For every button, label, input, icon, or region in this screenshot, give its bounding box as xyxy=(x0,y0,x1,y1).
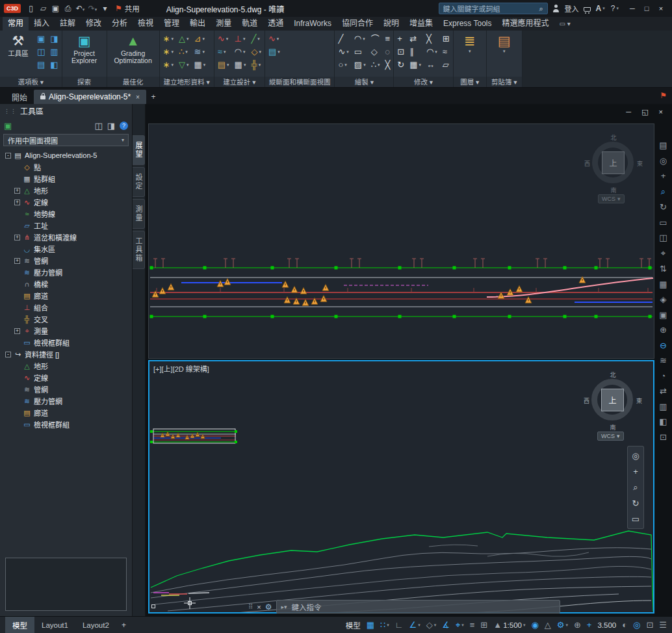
viewport-bottom[interactable]: [+][上][2D 線架構] 北南西東上WCS▾ ◎+⌕↻▭ xyxy=(148,360,654,614)
tree-data-shortcuts[interactable]: -↪資料捷徑 [] xyxy=(1,348,132,360)
pan-icon[interactable]: + xyxy=(661,171,666,181)
tree-item-20[interactable]: ≋管網 xyxy=(1,383,132,395)
tool-palette-icon[interactable]: ▣ xyxy=(659,310,667,320)
file-tab-start[interactable]: 開始 xyxy=(5,90,34,104)
workspace-switching-icon[interactable]: ⚙▾ xyxy=(557,620,568,630)
full-navigation-wheel-icon[interactable]: ◎ xyxy=(660,156,667,166)
properties-palette-icon[interactable]: ◈ xyxy=(660,294,667,304)
ribbon-tab-15[interactable]: Express Tools xyxy=(438,17,497,31)
annotation-monitor-icon[interactable]: ⊕ xyxy=(574,620,581,630)
command-line-grip[interactable]: ⠿ xyxy=(248,603,253,610)
ribbon-panel-label[interactable]: 修改 ▾ xyxy=(394,77,452,87)
ribbon-tool-button[interactable]: ▥ xyxy=(50,45,58,58)
ribbon-panel-label[interactable]: 圖層 ▾ xyxy=(454,77,486,87)
zoom-icon[interactable]: ⌕ xyxy=(661,187,666,197)
ribbon-tool-button[interactable]: ⊞ xyxy=(443,32,450,45)
doc-close-icon[interactable]: × xyxy=(659,108,663,116)
selection-cycling-icon[interactable]: ⊞ xyxy=(480,620,487,630)
project-explorer-button[interactable]: ▣Project Explorer xyxy=(66,32,103,64)
ribbon-tab-13[interactable]: 說明 xyxy=(378,17,404,31)
active-drawing-icon[interactable]: ▣ xyxy=(4,121,12,131)
tab-overflow-pin-icon[interactable]: ⚑ xyxy=(660,91,667,100)
pan-icon[interactable]: + xyxy=(633,467,638,476)
ribbon-tool-button[interactable]: + xyxy=(397,32,404,45)
tree-item-11[interactable]: ∩橋樑 xyxy=(1,278,132,290)
tree-item-7[interactable]: +⋔道岔和橫渡線 xyxy=(1,231,132,243)
viewcube-top-face[interactable]: 上 xyxy=(601,389,624,411)
layers-button[interactable]: ≣▾ xyxy=(457,32,483,53)
tree-expander-icon[interactable]: + xyxy=(14,328,20,334)
ribbon-panel-label[interactable]: 選項板 ▾ xyxy=(0,77,62,87)
ribbon-tool-button[interactable]: ╬▾ xyxy=(251,58,261,71)
panel-layout-icon[interactable]: ◨ xyxy=(107,121,115,131)
swap-view-icon[interactable]: ⇄ xyxy=(660,386,667,396)
tree-item-10[interactable]: ≋壓力管網 xyxy=(1,266,132,278)
hatch-display-icon[interactable]: ▥ xyxy=(659,402,667,411)
ribbon-tool-button[interactable]: ≈▾ xyxy=(218,45,229,58)
autodesk-account-icon[interactable]: A▾ xyxy=(596,4,605,13)
viewcube-west[interactable]: 西 xyxy=(584,396,589,405)
tree-item-23[interactable]: ▭檢視框群組 xyxy=(1,419,132,430)
ribbon-tool-button[interactable]: ∿▾ xyxy=(338,45,348,58)
ribbon-tool-button[interactable]: ▣ xyxy=(37,32,45,45)
tree-expander-icon[interactable]: + xyxy=(14,200,20,205)
panel-grip-icon[interactable]: ⋮⋮ xyxy=(4,108,17,114)
ribbon-tool-button[interactable]: ◧ xyxy=(50,58,58,71)
ortho-mode-icon[interactable]: ∟ xyxy=(395,620,404,630)
viewport-label[interactable]: [+][上][2D 線架構] xyxy=(153,363,209,374)
ribbon-tool-button[interactable]: ∥ xyxy=(409,45,421,58)
ribbon-tab-3[interactable]: 修改 xyxy=(81,17,107,31)
viewcube-south[interactable]: 南 xyxy=(584,186,643,194)
grid-display-icon[interactable]: ▦ xyxy=(367,620,374,630)
isodraft-icon[interactable]: ◇▾ xyxy=(426,620,437,630)
ribbon-tool-button[interactable]: ▦▾ xyxy=(235,58,246,71)
close-button[interactable]: × xyxy=(654,5,668,12)
toolspace-tab-2[interactable]: 測量 xyxy=(133,199,145,229)
redo-icon[interactable]: ↷▾ xyxy=(87,4,98,13)
ribbon-tab-4[interactable]: 分析 xyxy=(107,17,133,31)
ribbon-tool-button[interactable]: ⇄ xyxy=(409,32,421,45)
polar-tracking-icon[interactable]: ∠▾ xyxy=(409,620,420,630)
ribbon-tool-button[interactable]: ≡ xyxy=(385,32,390,45)
file-tab-drawing[interactable]: Align-Superelevation-5* × xyxy=(34,90,146,104)
toolspace-tab-3[interactable]: 工具箱 xyxy=(133,231,145,269)
zoom-icon[interactable]: ⌕ xyxy=(633,482,638,493)
vertical-pan-icon[interactable]: ⇅ xyxy=(660,264,667,274)
ribbon-tool-button[interactable]: ↔ xyxy=(426,58,437,71)
undo-icon[interactable]: ↶▾ xyxy=(75,4,86,13)
ribbon-tool-button[interactable]: ≈ xyxy=(443,45,450,58)
ribbon-tool-button[interactable]: ◠▾ xyxy=(235,45,246,58)
ribbon-tool-button[interactable]: ◠▾ xyxy=(354,32,366,45)
tree-item-13[interactable]: ⊥組合 xyxy=(1,302,132,313)
tree-item-6[interactable]: ▱工址 xyxy=(1,220,132,231)
clipboard-button[interactable]: ▤▾ xyxy=(490,32,519,53)
tree-item-5[interactable]: ≈地勢線 xyxy=(1,208,132,220)
tree-item-18[interactable]: △地形 xyxy=(1,360,132,372)
ribbon-tab-12[interactable]: 協同合作 xyxy=(337,17,378,31)
ribbon-tool-button[interactable]: ∿▾ xyxy=(268,32,280,45)
ribbon-tool-button[interactable]: ▨▾ xyxy=(354,58,366,71)
ribbon-tool-button[interactable]: ○▾ xyxy=(338,58,348,71)
object-snap-tracking-icon[interactable]: ∡ xyxy=(442,620,450,630)
ribbon-tool-button[interactable]: ◫ xyxy=(37,45,45,58)
tree-expander-icon[interactable]: + xyxy=(14,258,20,264)
ribbon-tool-button[interactable]: ⊥▾ xyxy=(235,32,246,45)
app-store-cart-icon[interactable] xyxy=(584,7,591,12)
viewcube[interactable]: 北南西東上WCS▾ xyxy=(583,370,643,442)
tree-item-1[interactable]: ◇點 xyxy=(1,161,132,173)
ribbon-tool-button[interactable]: ▤▾ xyxy=(268,45,280,58)
command-customize-icon[interactable]: ⚙ xyxy=(265,602,272,612)
ribbon-tab-10[interactable]: 透通 xyxy=(263,17,289,31)
tree-expander-icon[interactable]: + xyxy=(14,188,20,194)
annotation-visibility-icon[interactable]: ◉ xyxy=(531,620,538,630)
viewcube-north[interactable]: 北 xyxy=(583,370,643,379)
ribbon-tab-9[interactable]: 軌道 xyxy=(237,17,263,31)
annotation-scale-button[interactable]: ▲1:500▾ xyxy=(493,620,525,630)
lineweight-icon[interactable]: ≡ xyxy=(470,620,475,630)
ribbon-tool-button[interactable]: ⊡ xyxy=(397,45,404,58)
ribbon-tab-2[interactable]: 註解 xyxy=(55,17,81,31)
ribbon-tool-button[interactable]: ◌ xyxy=(385,45,390,58)
tree-item-12[interactable]: ▤廊道 xyxy=(1,290,132,302)
viewport-grip[interactable] xyxy=(151,604,155,608)
customization-icon[interactable]: ☰ xyxy=(659,620,667,630)
